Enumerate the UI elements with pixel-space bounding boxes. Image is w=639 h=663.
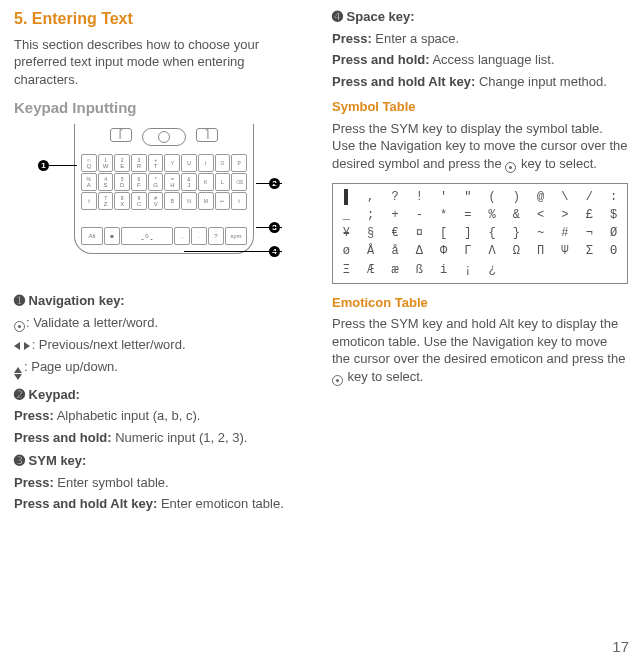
nav-key-label: Navigation key:	[25, 293, 125, 308]
symbol-cell: *	[434, 207, 453, 223]
left-arrow-icon	[14, 342, 20, 350]
symbol-cell: =	[458, 207, 477, 223]
keypad-key: 4S	[98, 173, 114, 191]
sym-heading: ➌ SYM key:	[14, 452, 310, 470]
keypad-key: 3R	[131, 154, 147, 172]
space-press-line: Press: Enter a space.	[332, 30, 628, 48]
symbol-cell: æ	[386, 262, 405, 278]
symbol-cell: Ψ	[556, 243, 575, 259]
symbol-cell: i	[434, 262, 453, 278]
keypad-key: 6F	[131, 173, 147, 191]
callout-num-3: ➌	[14, 453, 25, 468]
emoticon-table-text-a: Press the SYM key and hold Alt key to di…	[332, 316, 625, 366]
symbol-table-para: Press the SYM key to display the symbol …	[332, 120, 628, 173]
subsection-title: Keypad Inputting	[14, 98, 310, 118]
emoticon-table-text-b: key to select.	[344, 369, 423, 384]
symbol-cell: "	[458, 189, 477, 205]
bottom-key-row: Alt ☻ ˍ 0 ˍ , . ? sym	[81, 227, 247, 245]
symbol-row: øÅåΔΦΓΛΩΠΨΣΘ	[337, 242, 623, 260]
symbol-cell: £	[580, 207, 599, 223]
symbol-cell: Ξ	[337, 262, 356, 278]
phone-body: ⎡ ⎤ ☺Q1W2E3R+TYUIOP%A4S5D6F*G=H&JKL⌫⇧7Z8…	[74, 124, 254, 254]
keypad-key: 9C	[131, 192, 147, 210]
symbol-cell: ø	[337, 243, 356, 259]
keypad-key: 5D	[114, 173, 130, 191]
space-label: Space key:	[343, 9, 415, 24]
center-key-icon	[505, 162, 516, 173]
symbol-cell: ¡	[458, 262, 477, 278]
sym-press-line: Press: Enter symbol table.	[14, 474, 310, 492]
keypad-key: ↩	[215, 192, 231, 210]
keypad-key: 8X	[114, 192, 130, 210]
space-hold-line: Press and hold: Access language list.	[332, 51, 628, 69]
callout-num-2: ➋	[14, 387, 25, 402]
symbol-cell: ,	[361, 189, 380, 205]
center-key-icon	[14, 321, 25, 332]
keypad-key: 7Z	[98, 192, 114, 210]
symbol-cell: {	[483, 225, 502, 241]
space-alt-line: Press and hold Alt key: Change input met…	[332, 73, 628, 91]
nav-validate-text: : Validate a letter/word.	[26, 315, 158, 330]
symbol-cell: ;	[361, 207, 380, 223]
dot-key: .	[191, 227, 207, 245]
symbol-cell: ¿	[483, 262, 502, 278]
nav-pageupdown-text: : Page up/down.	[24, 359, 118, 374]
keypad-key: P	[231, 154, 247, 172]
sym-key: sym	[225, 227, 247, 245]
sym-press-text: Enter symbol table.	[54, 475, 169, 490]
symbol-table-heading: Symbol Table	[332, 98, 628, 116]
keypad-key: ⇧	[231, 192, 247, 210]
symbol-cell: &	[507, 207, 526, 223]
symbol-cell: '	[434, 189, 453, 205]
symbol-cell	[604, 262, 623, 278]
symbol-cell: $	[604, 207, 623, 223]
press-hold-alt-label: Press and hold Alt key:	[332, 74, 475, 89]
keypad-key: ☺Q	[81, 154, 97, 172]
left-column: 5. Entering Text This section describes …	[14, 8, 310, 517]
lead-line-1	[49, 165, 77, 166]
keypad-key: %A	[81, 173, 97, 191]
keypad-label: Keypad:	[25, 387, 80, 402]
nav-prevnext-text: : Previous/next letter/word.	[32, 337, 186, 352]
symbol-row: ¥§€¤[]{}~#¬Ø	[337, 224, 623, 242]
keypad-key: *G	[148, 173, 164, 191]
nav-row: ⎡ ⎤	[75, 128, 253, 146]
nav-prevnext-line: : Previous/next letter/word.	[14, 336, 310, 354]
keypad-key: 1W	[98, 154, 114, 172]
symbol-table: .,?!'"()@\/:_;+-*=%&<>£$¥§€¤[]{}~#¬ØøÅåΔ…	[332, 183, 628, 284]
symbol-cell: -	[410, 207, 429, 223]
nav-left-btn: ⎡	[110, 128, 132, 142]
symbol-cell: Ω	[507, 243, 526, 259]
keypad-press-text: Alphabetic input (a, b, c).	[54, 408, 201, 423]
space-key: ˍ 0 ˍ	[121, 227, 173, 245]
keypad-key: ⌫	[231, 173, 247, 191]
press-label: Press:	[14, 408, 54, 423]
symbol-cell: }	[507, 225, 526, 241]
symbol-table-text-b: key to select.	[517, 156, 596, 171]
question-key: ?	[208, 227, 224, 245]
symbol-cell: §	[361, 225, 380, 241]
keypad-key: I	[198, 154, 214, 172]
callout-num-4: ➍	[332, 9, 343, 24]
keypad-key: O	[215, 154, 231, 172]
space-hold-text: Access language list.	[430, 52, 555, 67]
symbol-cell: Ø	[604, 225, 623, 241]
symbol-cell: Æ	[361, 262, 380, 278]
keypad-key: N	[181, 192, 197, 210]
comma-key: ,	[174, 227, 190, 245]
symbol-cell: Φ	[434, 243, 453, 259]
symbol-row: _;+-*=%&<>£$	[337, 206, 623, 224]
symbol-cell: Å	[361, 243, 380, 259]
callout-num-1: ➊	[14, 293, 25, 308]
symbol-row: ΞÆæßi¡¿	[337, 261, 623, 279]
keypad-key: ⇧	[81, 192, 97, 210]
symbol-row: .,?!'"()@\/:	[337, 188, 623, 206]
keypad-key: +T	[148, 154, 164, 172]
lead-line-2	[256, 183, 282, 184]
symbol-cell: Δ	[410, 243, 429, 259]
symbol-cell: #	[556, 225, 575, 241]
space-press-text: Enter a space.	[372, 31, 459, 46]
nav-right-btn: ⎤	[196, 128, 218, 142]
keypad-key: =H	[164, 173, 180, 191]
symbol-cell: ¬	[580, 225, 599, 241]
